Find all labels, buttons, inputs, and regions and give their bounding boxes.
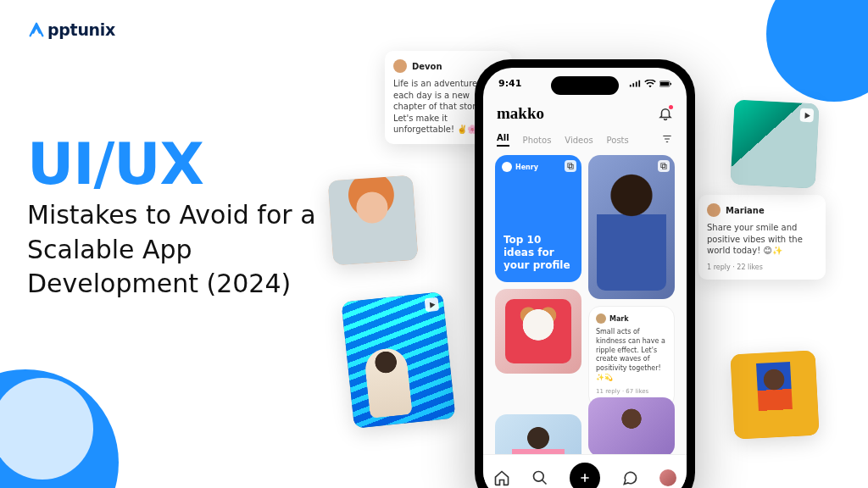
decorative-corner-bottom-left — [0, 369, 119, 488]
feed-card-photo-purple[interactable] — [588, 397, 675, 457]
wifi-icon — [644, 80, 656, 88]
logo-text: pptunix — [47, 20, 115, 39]
svg-rect-6 — [662, 164, 666, 169]
status-time: 9:41 — [498, 78, 521, 89]
avatar — [393, 59, 407, 73]
profile-avatar[interactable] — [659, 469, 676, 486]
feed-card-photo-man[interactable] — [588, 155, 675, 299]
svg-rect-3 — [568, 164, 572, 168]
gallery-badge-icon — [658, 160, 670, 172]
phone-screen: 9:41 makko All Photos Videos Posts Henry — [483, 68, 687, 488]
feed-author: Henry — [515, 164, 538, 171]
svg-rect-5 — [661, 164, 665, 168]
floating-image-building — [341, 291, 455, 429]
headline: UI/UX Mistakes to Avoid for a Scalable A… — [27, 136, 332, 302]
feed-meta: 11 reply · 67 likes — [596, 388, 667, 395]
post-author: Mariane — [726, 206, 765, 215]
svg-rect-2 — [670, 82, 671, 85]
feed-tabs: All Photos Videos Posts — [483, 128, 687, 155]
headline-title: UI/UX — [27, 136, 332, 193]
notification-bell-icon[interactable] — [658, 106, 673, 121]
video-badge-icon — [425, 297, 440, 313]
avatar — [596, 313, 606, 324]
feed-card-tips[interactable]: Henry Top 10 ideas for your profile — [495, 155, 581, 282]
feed-grid: Henry Top 10 ideas for your profile Mark… — [483, 155, 687, 488]
headline-subtitle: Mistakes to Avoid for a Scalable App Dev… — [27, 198, 332, 302]
svg-rect-1 — [660, 81, 669, 85]
avatar — [502, 162, 512, 172]
floating-image-hand — [730, 99, 819, 188]
logo: pptunix — [27, 20, 115, 39]
signal-icon — [629, 80, 641, 88]
tab-all[interactable]: All — [497, 133, 509, 147]
svg-rect-4 — [569, 164, 573, 169]
phone-notch — [551, 76, 619, 95]
add-button[interactable] — [570, 463, 600, 489]
search-icon[interactable] — [531, 469, 548, 486]
feed-card-title: Top 10 ideas for your profile — [504, 234, 573, 272]
post-card-mariane: Mariane Share your smile and positive vi… — [698, 195, 826, 280]
app-brand: makko — [497, 104, 544, 123]
home-icon[interactable] — [493, 469, 510, 486]
feed-card-text-mark[interactable]: Mark Small acts of kindness can have a r… — [588, 306, 675, 408]
floating-image-woman — [730, 350, 819, 439]
post-text: Share your smile and positive vibes with… — [707, 222, 817, 257]
filter-icon[interactable] — [661, 133, 673, 147]
tab-posts[interactable]: Posts — [607, 136, 629, 145]
bottom-nav — [483, 454, 687, 488]
feed-text: Small acts of kindness can have a ripple… — [596, 328, 667, 383]
decorative-corner-top-right — [766, 0, 868, 102]
post-meta: 1 reply · 22 likes — [707, 263, 817, 271]
tab-videos[interactable]: Videos — [565, 136, 593, 145]
logo-mark-icon — [27, 20, 46, 39]
video-badge-icon — [799, 108, 814, 123]
phone-mockup: 9:41 makko All Photos Videos Posts Henry — [475, 59, 695, 488]
feed-card-photo-dog[interactable] — [495, 289, 581, 374]
avatar — [707, 203, 721, 217]
svg-point-7 — [534, 471, 544, 481]
battery-icon — [659, 80, 671, 88]
floating-image-portrait — [328, 175, 419, 266]
tab-photos[interactable]: Photos — [523, 136, 552, 145]
gallery-badge-icon — [565, 160, 576, 172]
feed-author: Mark — [609, 315, 629, 323]
chat-icon[interactable] — [621, 469, 638, 486]
post-author: Devon — [412, 62, 442, 71]
